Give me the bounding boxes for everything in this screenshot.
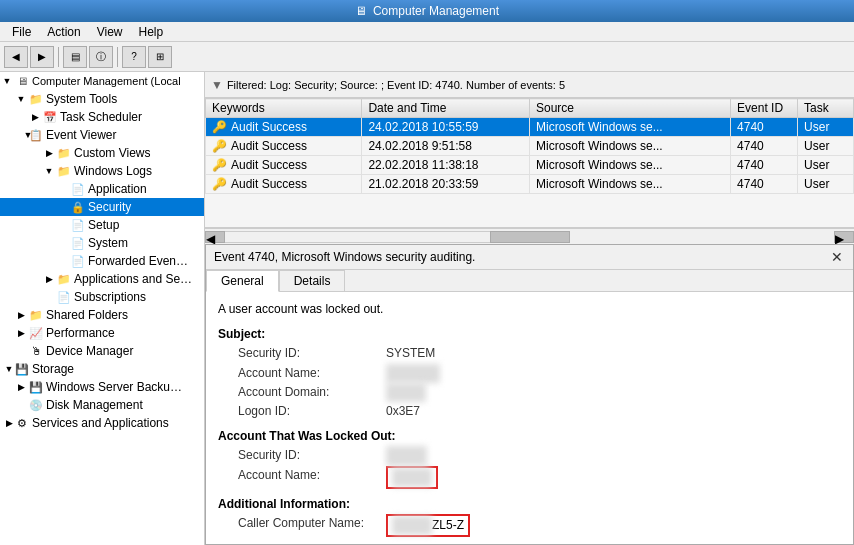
sidebar-item-task-scheduler[interactable]: ▶ 📅 Task Scheduler [0, 108, 204, 126]
sidebar-item-system[interactable]: 📄 System [0, 234, 204, 252]
task-scheduler-icon: 📅 [42, 109, 58, 125]
sidebar-item-shared-folders[interactable]: ▶ 📁 Shared Folders [0, 306, 204, 324]
logon-id-value: 0x3E7 [386, 402, 420, 421]
security-label: Security [88, 200, 131, 214]
subject-label: Subject: [218, 325, 841, 344]
extra-button[interactable]: ⊞ [148, 46, 172, 68]
storage-arrow: ▼ [0, 362, 14, 376]
events-table[interactable]: Keywords Date and Time Source Event ID T… [205, 98, 854, 228]
event-viewer-icon: 📋 [28, 127, 44, 143]
table-row[interactable]: 🔑Audit Success 22.02.2018 11:38:18 Micro… [206, 156, 854, 175]
performance-label: Performance [46, 326, 115, 340]
device-manager-label: Device Manager [46, 344, 133, 358]
subscriptions-icon: 📄 [56, 289, 72, 305]
menu-action[interactable]: Action [39, 24, 88, 40]
scroll-thumb[interactable] [490, 231, 570, 243]
additional-section: Additional Information: Caller Computer … [218, 495, 841, 537]
event-detail-tabs: General Details [206, 270, 853, 292]
menu-view[interactable]: View [89, 24, 131, 40]
table-row[interactable]: 🔑Audit Success 24.02.2018 9:51:58 Micros… [206, 137, 854, 156]
account-name-subject-label: Account Name: [238, 364, 378, 383]
system-label: System [88, 236, 128, 250]
task-scheduler-arrow: ▶ [28, 110, 42, 124]
sidebar-item-subscriptions[interactable]: ▶ 📄 Subscriptions [0, 288, 204, 306]
horizontal-scrollbar[interactable]: ◀ ▶ [205, 228, 854, 244]
filter-text: Filtered: Log: Security; Source: ; Event… [227, 79, 565, 91]
col-eventid[interactable]: Event ID [731, 99, 798, 118]
sidebar-item-system-tools[interactable]: ▼ 📁 System Tools [0, 90, 204, 108]
shared-folders-label: Shared Folders [46, 308, 128, 322]
sidebar-item-windows-server-backup[interactable]: ▶ 💾 Windows Server Backu… [0, 378, 204, 396]
sidebar-item-root[interactable]: ▼ 🖥 Computer Management (Local [0, 72, 204, 90]
windows-logs-icon: 📁 [56, 163, 72, 179]
apps-services-label: Applications and Se… [74, 272, 192, 286]
filter-icon: ▼ [211, 78, 223, 92]
account-domain-value: ····· [386, 383, 426, 402]
shared-folders-icon: 📁 [28, 307, 44, 323]
close-button[interactable]: ✕ [829, 249, 845, 265]
sidebar-item-custom-views[interactable]: ▶ 📁 Custom Views [0, 144, 204, 162]
sidebar-item-windows-logs[interactable]: ▼ 📁 Windows Logs [0, 162, 204, 180]
back-button[interactable]: ◀ [4, 46, 28, 68]
toolbar-separator-2 [117, 47, 118, 67]
sidebar-item-event-viewer[interactable]: ▼ 📋 Event Viewer [0, 126, 204, 144]
services-apps-icon: ⚙ [14, 415, 30, 431]
custom-views-arrow: ▶ [42, 146, 56, 160]
sidebar-item-setup[interactable]: 📄 Setup [0, 216, 204, 234]
menu-file[interactable]: File [4, 24, 39, 40]
main-container: ▼ 🖥 Computer Management (Local ▼ 📁 Syste… [0, 72, 854, 545]
services-apps-label: Services and Applications [32, 416, 169, 430]
forward-button[interactable]: ▶ [30, 46, 54, 68]
event-detail-body: A user account was locked out. Subject: … [206, 292, 853, 544]
system-icon: 📄 [70, 235, 86, 251]
apps-services-arrow: ▶ [42, 272, 56, 286]
table-row[interactable]: 🔑Audit Success 21.02.2018 20:33:59 Micro… [206, 175, 854, 194]
sidebar-item-security[interactable]: 🔒 Security [0, 198, 204, 216]
locked-security-id-label: Security ID: [238, 446, 378, 465]
intro-section: A user account was locked out. [218, 300, 841, 319]
services-apps-arrow: ▶ [0, 416, 14, 430]
help-button[interactable]: ? [122, 46, 146, 68]
disk-management-label: Disk Management [46, 398, 143, 412]
menu-help[interactable]: Help [131, 24, 172, 40]
sidebar-item-device-manager[interactable]: 🖱 Device Manager [0, 342, 204, 360]
scroll-right-btn[interactable]: ▶ [834, 231, 854, 243]
device-manager-icon: 🖱 [28, 343, 44, 359]
locked-account-name-label: Account Name: [238, 466, 378, 489]
row-icon: 🔑 [212, 120, 227, 134]
forwarded-events-icon: 📄 [70, 253, 86, 269]
sidebar-item-apps-services[interactable]: ▶ 📁 Applications and Se… [0, 270, 204, 288]
title-bar: 🖥 Computer Management [0, 0, 854, 22]
col-source[interactable]: Source [529, 99, 730, 118]
security-id-label: Security ID: [238, 344, 378, 363]
col-task[interactable]: Task [798, 99, 854, 118]
sidebar-item-storage[interactable]: ▼ 💾 Storage [0, 360, 204, 378]
sidebar-item-services-apps[interactable]: ▶ ⚙ Services and Applications [0, 414, 204, 432]
custom-views-icon: 📁 [56, 145, 72, 161]
tab-details[interactable]: Details [279, 270, 346, 291]
system-tools-icon: 📁 [28, 91, 44, 107]
tab-general[interactable]: General [206, 270, 279, 292]
system-tools-arrow: ▼ [14, 92, 28, 106]
locked-security-id-row: Security ID: ·····Asrn [218, 446, 841, 465]
sidebar-item-disk-management[interactable]: 💿 Disk Management [0, 396, 204, 414]
windows-logs-arrow: ▼ [42, 164, 56, 178]
col-keywords[interactable]: Keywords [206, 99, 362, 118]
locked-account-name-row: Account Name: srng [218, 466, 841, 489]
subscriptions-label: Subscriptions [74, 290, 146, 304]
table-row[interactable]: 🔑Audit Success 24.02.2018 10:55:59 Micro… [206, 118, 854, 137]
logon-id-label: Logon ID: [238, 402, 378, 421]
sidebar-item-application[interactable]: 📄 Application [0, 180, 204, 198]
setup-icon: 📄 [70, 217, 86, 233]
sidebar-item-forwarded-events[interactable]: 📄 Forwarded Even… [0, 252, 204, 270]
scroll-left-btn[interactable]: ◀ [205, 231, 225, 243]
sidebar: ▼ 🖥 Computer Management (Local ▼ 📁 Syste… [0, 72, 205, 545]
toolbar-separator-1 [58, 47, 59, 67]
show-hide-button[interactable]: ▤ [63, 46, 87, 68]
storage-icon: 💾 [14, 361, 30, 377]
col-datetime[interactable]: Date and Time [362, 99, 530, 118]
row-icon: 🔑 [212, 139, 227, 153]
account-domain-label: Account Domain: [238, 383, 378, 402]
properties-button[interactable]: ⓘ [89, 46, 113, 68]
sidebar-item-performance[interactable]: ▶ 📈 Performance [0, 324, 204, 342]
